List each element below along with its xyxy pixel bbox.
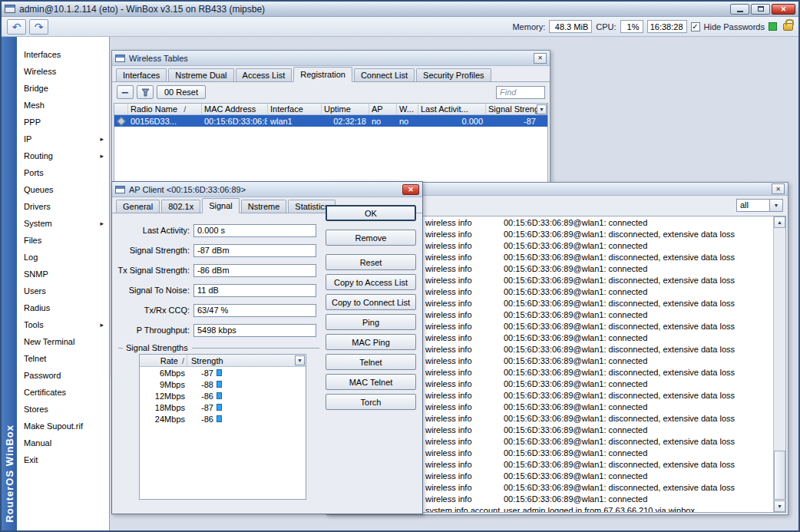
wireless-tables-titlebar[interactable]: Wireless Tables ✕	[112, 51, 550, 66]
sidebar-item-routing[interactable]: Routing▸	[17, 147, 109, 164]
log-message: 00:15:6D:33:06:89@wlan1: disconnected, e…	[504, 276, 773, 285]
field-input-last-activity[interactable]	[193, 224, 316, 237]
memory-value: 48.3 MiB	[549, 20, 592, 33]
header-radio-name[interactable]: Radio Name/	[128, 104, 202, 114]
registration-table-header[interactable]: Radio Name/ MAC Address Interface Uptime…	[114, 104, 547, 115]
sidebar-item-wireless[interactable]: Wireless	[17, 63, 109, 80]
signal-strengths-table-header[interactable]: Rate/ Strength ▼	[140, 355, 306, 367]
wireless-tables-hide-button[interactable]: ✕	[534, 53, 547, 64]
copy-to-access-list-button[interactable]: Copy to Access List	[326, 274, 416, 290]
redo-button[interactable]: ↷	[29, 19, 48, 35]
sidebar-item-stores[interactable]: Stores	[17, 401, 109, 418]
tab-access-list[interactable]: Access List	[236, 68, 293, 81]
rate-row-18mbps[interactable]: 18Mbps-87	[140, 401, 306, 413]
find-input[interactable]	[496, 86, 545, 99]
header-mac-address[interactable]: MAC Address	[202, 104, 268, 114]
sidebar-item-label: Exit	[24, 455, 38, 464]
filter-button[interactable]	[137, 85, 154, 99]
log-filter-value[interactable]: all	[736, 199, 770, 212]
sidebar-item-drivers[interactable]: Drivers	[17, 198, 109, 215]
log-topic: wireless info	[425, 322, 504, 331]
minimize-button[interactable]	[730, 4, 749, 15]
sidebar-item-manual[interactable]: Manual	[17, 435, 109, 451]
sidebar-item-telnet[interactable]: Telnet	[17, 350, 109, 367]
sidebar-item-snmp[interactable]: SNMP	[17, 266, 109, 283]
rate-row-9mbps[interactable]: 9Mbps-88	[140, 378, 306, 390]
sidebar-item-queues[interactable]: Queues	[17, 181, 109, 198]
sidebar-item-interfaces[interactable]: Interfaces	[17, 46, 109, 63]
scrollbar-thumb[interactable]	[774, 451, 785, 500]
header-rate[interactable]: Rate/	[140, 355, 187, 366]
copy-to-connect-list-button[interactable]: Copy to Connect List	[326, 294, 416, 310]
close-icon: ✕	[408, 186, 414, 193]
log-filter-combo[interactable]: all ▼	[736, 199, 783, 212]
mac-ping-button[interactable]: MAC Ping	[326, 334, 416, 350]
rate-row-24mbps[interactable]: 24Mbps-86	[140, 413, 306, 425]
sidebar-item-certificates[interactable]: Certificates	[17, 384, 109, 401]
header-strength[interactable]: Strength	[187, 355, 306, 366]
tab-802-1x[interactable]: 802.1x	[161, 200, 200, 213]
header-ap[interactable]: AP	[369, 104, 397, 114]
log-topic: wireless info	[425, 483, 504, 492]
undo-button[interactable]: ↶	[7, 19, 26, 35]
ap-client-titlebar[interactable]: AP Client <00:15:6D:33:06:89> ✕	[112, 182, 422, 197]
tab-general[interactable]: General	[116, 200, 160, 213]
sidebar-item-password[interactable]: Password	[17, 367, 109, 384]
sidebar-item-new-terminal[interactable]: New Terminal	[17, 333, 109, 350]
field-input-tx-rx-ccq[interactable]	[193, 304, 316, 317]
column-selector-button[interactable]: ▼	[295, 355, 305, 365]
log-hide-button[interactable]: ✕	[772, 183, 785, 194]
sidebar-item-files[interactable]: Files	[17, 232, 109, 249]
header-last-activity[interactable]: Last Activit...	[418, 104, 486, 114]
ok-button[interactable]: OK	[326, 205, 416, 221]
header-wds[interactable]: W...	[397, 104, 418, 114]
ap-client-fields: Last Activity:Signal Strength:Tx Signal …	[115, 220, 324, 340]
sidebar-item-label: Ports	[24, 168, 44, 177]
hide-passwords-checkbox[interactable]: ✓	[691, 22, 700, 31]
field-input-p-throughput[interactable]	[193, 324, 316, 337]
reset-counters-button[interactable]: 00 Reset	[157, 85, 206, 99]
sidebar-item-log[interactable]: Log	[17, 249, 109, 266]
tab-registration[interactable]: Registration	[293, 67, 352, 82]
remove-entry-button[interactable]: −	[117, 85, 134, 99]
sidebar-item-ip[interactable]: IP▸	[17, 131, 109, 147]
sidebar-item-mesh[interactable]: Mesh	[17, 97, 109, 114]
sidebar-item-system[interactable]: System▸	[17, 215, 109, 232]
remove-button[interactable]: Remove	[326, 230, 416, 246]
rate-row-6mbps[interactable]: 6Mbps-87	[140, 367, 306, 378]
scroll-down-button[interactable]: ▼	[774, 501, 785, 512]
sidebar-item-users[interactable]: Users	[17, 283, 109, 299]
header-uptime[interactable]: Uptime	[322, 104, 369, 114]
tab-nstreme[interactable]: Nstreme	[241, 200, 287, 213]
sidebar-item-radius[interactable]: Radius	[17, 299, 109, 316]
field-input-signal-strength[interactable]	[193, 244, 316, 257]
tab-nstreme-dual[interactable]: Nstreme Dual	[168, 68, 233, 81]
column-selector-button[interactable]: ▼	[537, 104, 547, 114]
close-button[interactable]: ✕	[772, 4, 795, 15]
sidebar-item-make-supout-rif[interactable]: Make Supout.rif	[17, 418, 109, 435]
log-filter-dropdown-button[interactable]: ▼	[770, 199, 783, 212]
maximize-button[interactable]	[751, 4, 770, 15]
tab-security-profiles[interactable]: Security Profiles	[416, 68, 491, 81]
sidebar-item-bridge[interactable]: Bridge	[17, 80, 109, 97]
field-input-tx-signal-strength[interactable]	[193, 264, 316, 277]
telnet-button[interactable]: Telnet	[326, 354, 416, 370]
tab-interfaces[interactable]: Interfaces	[116, 68, 167, 81]
ping-button[interactable]: Ping	[326, 314, 416, 330]
log-scrollbar[interactable]: ▲ ▼	[773, 216, 785, 512]
sidebar-item-ppp[interactable]: PPP	[17, 114, 109, 131]
reset-button[interactable]: Reset	[326, 254, 416, 270]
sidebar-item-exit[interactable]: Exit	[17, 451, 109, 468]
tab-signal[interactable]: Signal	[202, 198, 240, 213]
field-input-signal-to-noise[interactable]	[193, 284, 316, 297]
ap-client-close-button[interactable]: ✕	[402, 184, 419, 195]
torch-button[interactable]: Torch	[326, 394, 416, 410]
rate-row-12mbps[interactable]: 12Mbps-86	[140, 390, 306, 401]
registration-row-selected[interactable]: 00156D33... 00:15:6D:33:06:89 wlan1 02:3…	[114, 115, 547, 127]
mac-telnet-button[interactable]: MAC Telnet	[326, 374, 416, 390]
sidebar-item-ports[interactable]: Ports	[17, 164, 109, 181]
tab-connect-list[interactable]: Connect List	[354, 68, 415, 81]
header-interface[interactable]: Interface	[268, 104, 322, 114]
scroll-up-button[interactable]: ▲	[774, 216, 785, 228]
sidebar-item-tools[interactable]: Tools▸	[17, 316, 109, 333]
